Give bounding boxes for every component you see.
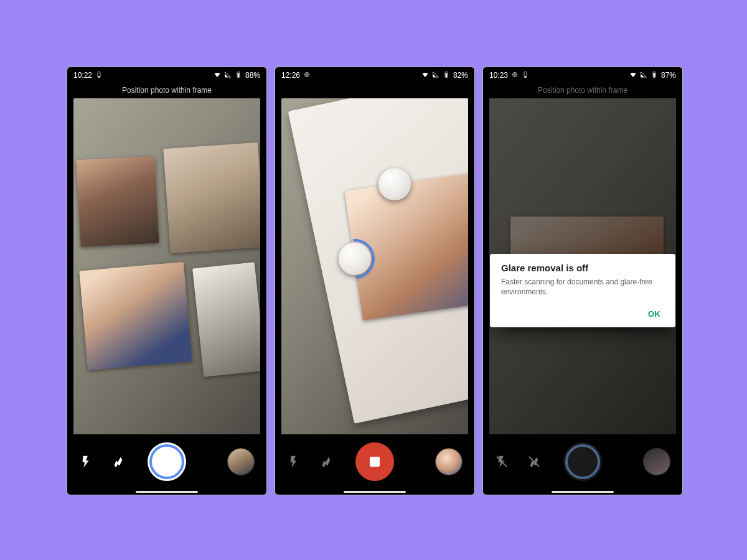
viewfinder-hint: Position photo within frame xyxy=(483,83,682,97)
glare-removal-button[interactable] xyxy=(111,454,126,469)
camera-viewfinder xyxy=(281,98,468,434)
wifi-icon xyxy=(629,71,637,80)
home-indicator[interactable] xyxy=(552,491,614,493)
status-app-icon xyxy=(303,71,311,80)
dialog-ok-button[interactable]: OK xyxy=(644,306,664,322)
status-app-icon xyxy=(522,71,529,80)
status-app-icon xyxy=(95,71,103,80)
svg-rect-1 xyxy=(98,76,100,77)
phone-1: 10:22 88% Position photo within frame xyxy=(67,67,267,495)
bottom-toolbar xyxy=(67,434,266,490)
home-indicator[interactable] xyxy=(136,491,198,493)
phone-3: 10:23 87% Position photo within frame Gl… xyxy=(482,67,683,495)
wifi-icon xyxy=(214,71,221,80)
gallery-thumbnail[interactable] xyxy=(644,449,670,475)
status-time: 10:23 xyxy=(489,71,508,80)
stop-scan-button[interactable] xyxy=(355,442,394,481)
gallery-thumbnail[interactable] xyxy=(228,449,254,475)
camera-viewfinder xyxy=(73,98,260,434)
bottom-toolbar xyxy=(275,434,474,490)
svg-rect-9 xyxy=(525,76,527,77)
battery-icon xyxy=(651,71,658,80)
dialog-title: Glare removal is off xyxy=(501,263,664,273)
photo-in-frame xyxy=(163,142,260,253)
signal-icon xyxy=(432,71,439,80)
battery-icon xyxy=(235,71,242,80)
status-time: 12:26 xyxy=(281,71,300,80)
battery-percent: 82% xyxy=(453,71,468,80)
photo-in-frame xyxy=(192,262,260,376)
gallery-thumbnail[interactable] xyxy=(436,449,462,475)
photo-in-frame xyxy=(79,262,192,370)
status-bar: 10:23 87% xyxy=(483,67,682,83)
glare-removal-off-button[interactable] xyxy=(527,454,542,469)
phone-2: 12:26 82% xyxy=(275,67,475,495)
glare-removal-button xyxy=(319,454,334,469)
viewfinder-hint xyxy=(275,83,474,97)
viewfinder-hint: Position photo within frame xyxy=(67,83,266,97)
bottom-toolbar xyxy=(483,434,682,490)
signal-icon xyxy=(224,71,232,80)
status-app-icon xyxy=(511,71,519,80)
toolbar-tools xyxy=(78,454,126,469)
shutter-button[interactable] xyxy=(563,442,602,481)
dialog-body: Faster scanning for documents and glare-… xyxy=(501,277,664,297)
svg-rect-3 xyxy=(238,73,240,77)
flash-button xyxy=(286,454,301,469)
glare-off-dialog: Glare removal is off Faster scanning for… xyxy=(490,254,675,327)
battery-icon xyxy=(443,71,450,80)
signal-icon xyxy=(640,71,647,80)
toolbar-tools xyxy=(286,454,334,469)
home-indicator[interactable] xyxy=(344,491,406,493)
scan-target-dot xyxy=(378,168,411,200)
toolbar-tools xyxy=(494,454,542,469)
flash-button[interactable] xyxy=(78,454,93,469)
svg-rect-11 xyxy=(654,73,655,77)
screenshot-canvas: 10:22 88% Position photo within frame xyxy=(0,0,747,560)
battery-percent: 87% xyxy=(661,71,676,80)
flash-off-button[interactable] xyxy=(494,454,509,469)
battery-percent: 88% xyxy=(245,71,260,80)
status-bar: 12:26 82% xyxy=(275,67,474,83)
photo-in-frame xyxy=(76,156,159,247)
shutter-button[interactable] xyxy=(148,442,186,481)
status-time: 10:22 xyxy=(73,71,92,80)
svg-rect-6 xyxy=(446,73,448,77)
scan-target-active xyxy=(339,243,371,275)
status-bar: 10:22 88% xyxy=(67,67,266,83)
wifi-icon xyxy=(421,71,429,80)
